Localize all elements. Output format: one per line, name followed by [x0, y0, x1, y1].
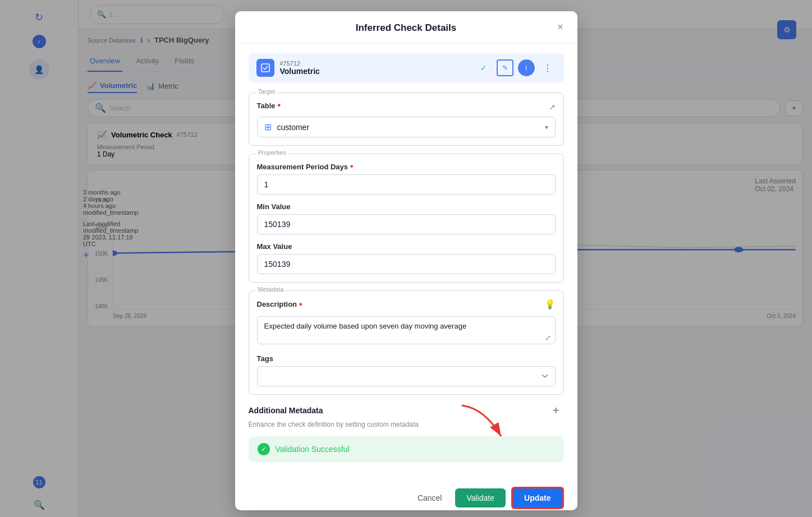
- table-label: Table •: [257, 101, 281, 110]
- check-info-bar: #75712 Volumetric ✓ ✎ i ⋮: [249, 53, 564, 82]
- min-value-label: Min Value: [257, 202, 556, 211]
- additional-meta-header: Additional Metadata +: [249, 403, 564, 418]
- min-value-field: Min Value: [257, 202, 556, 234]
- max-value-input[interactable]: [257, 254, 556, 274]
- tags-label: Tags: [257, 354, 556, 363]
- required-dot-desc: •: [299, 300, 302, 309]
- target-section: Target Table • ↗ ⊞ customer ▾: [249, 93, 564, 146]
- expand-icon[interactable]: ⤢: [545, 334, 551, 342]
- properties-legend: Properties: [256, 149, 288, 156]
- validation-check-icon: ✓: [258, 443, 270, 455]
- metadata-legend: Metadata: [256, 286, 286, 293]
- table-value: customer: [277, 123, 539, 132]
- check-id-name: #75712 Volumetric: [280, 60, 320, 76]
- check-name-text: Volumetric: [280, 67, 320, 76]
- validation-text: Validation Successful: [276, 445, 350, 454]
- measurement-period-input[interactable]: [257, 174, 556, 195]
- svg-rect-3: [262, 64, 269, 72]
- description-field: Description • 💡 Expected daily volume ba…: [257, 299, 556, 347]
- description-wrapper: Expected daily volume based upon seven d…: [257, 316, 556, 347]
- check-info-left: #75712 Volumetric: [256, 59, 320, 77]
- validation-bar: ✓ Validation Successful: [249, 436, 564, 462]
- check-success-icon[interactable]: ✓: [475, 59, 492, 76]
- check-type-icon: [256, 59, 274, 77]
- lightbulb-icon[interactable]: 💡: [544, 299, 556, 310]
- tags-select[interactable]: [257, 366, 556, 386]
- description-textarea[interactable]: Expected daily volume based upon seven d…: [257, 316, 556, 344]
- update-button[interactable]: Update: [511, 487, 563, 509]
- tags-select-wrapper: [257, 366, 556, 386]
- description-label: Description •: [257, 300, 302, 309]
- required-indicator: •: [278, 101, 281, 110]
- edit-icon[interactable]: ✎: [497, 59, 513, 76]
- tags-field: Tags: [257, 354, 556, 386]
- info-icon[interactable]: i: [518, 59, 535, 76]
- inferred-check-modal: Inferred Check Details × #75712 Volumetr…: [235, 11, 577, 510]
- properties-section: Properties Measurement Period Days • Min…: [249, 154, 564, 283]
- add-metadata-icon[interactable]: +: [548, 403, 564, 418]
- more-options-icon[interactable]: ⋮: [539, 59, 556, 76]
- close-button[interactable]: ×: [553, 19, 568, 35]
- metadata-section: Metadata Description • 💡 Expected daily …: [249, 290, 564, 395]
- check-actions: ✓ ✎ i ⋮: [475, 59, 556, 76]
- dropdown-arrow-icon: ▾: [545, 123, 548, 131]
- additional-meta-desc: Enhance the check definition by setting …: [249, 421, 564, 428]
- description-header: Description • 💡: [257, 299, 556, 310]
- target-header: Table • ↗: [257, 101, 556, 113]
- modal-footer: Cancel Validate Update: [235, 480, 577, 510]
- modal-overlay: Inferred Check Details × #75712 Volumetr…: [0, 0, 812, 517]
- measurement-period-label: Measurement Period Days •: [257, 162, 556, 171]
- check-id-text: #75712: [280, 60, 320, 67]
- external-link-icon[interactable]: ↗: [549, 103, 556, 112]
- validate-button[interactable]: Validate: [455, 488, 506, 507]
- modal-body: #75712 Volumetric ✓ ✎ i ⋮ Target Table: [235, 43, 577, 480]
- max-value-label: Max Value: [257, 242, 556, 251]
- additional-meta-label: Additional Metadata: [249, 406, 323, 415]
- modal-title: Inferred Check Details: [356, 22, 457, 34]
- required-dot: •: [350, 162, 354, 171]
- measurement-period-field: Measurement Period Days •: [257, 162, 556, 195]
- modal-header: Inferred Check Details ×: [235, 11, 577, 43]
- target-legend: Target: [256, 88, 278, 95]
- table-grid-icon: ⊞: [264, 122, 272, 132]
- additional-metadata-section: Additional Metadata + Enhance the check …: [249, 403, 564, 428]
- max-value-field: Max Value: [257, 242, 556, 274]
- table-select[interactable]: ⊞ customer ▾: [257, 117, 556, 137]
- cancel-button[interactable]: Cancel: [410, 489, 450, 507]
- min-value-input[interactable]: [257, 214, 556, 234]
